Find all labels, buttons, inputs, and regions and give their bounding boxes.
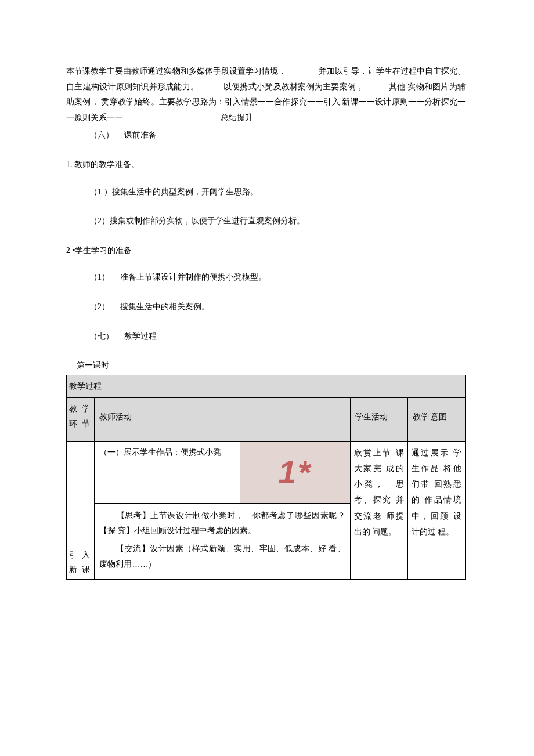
teaching-intent-cell: 通过展示 学生作品 将他们带 回熟悉的 作品情境中，回顾 设计的过 程。	[407, 441, 465, 580]
watermark-box: 1*	[240, 442, 350, 503]
col-header-intent: 教学 意图	[407, 398, 465, 441]
student-activity-cell: 欣赏上节 课大家完 成的小凳， 思考、探究 并交流老 师提出的 问题。	[350, 441, 407, 580]
section-1-item-1: （1 ）搜集生活中的典型案例，开阔学生思路。	[66, 185, 466, 200]
section-7-heading: （七） 教学过程	[66, 329, 466, 345]
section-2-item-2: （2） 搜集生活中的相关案例。	[66, 299, 466, 315]
section-2-heading: 2 •学生学习的准备	[66, 243, 466, 259]
col-header-teacher: 教师活动	[95, 398, 350, 441]
section-1-heading: 1. 教师的教学准备。	[66, 157, 466, 173]
teacher-activity-cell-2: 【思考】上节课设计制做小凳时， 你都考虑了哪些因素呢？ 【探 究】小组回顾设计过…	[95, 503, 350, 579]
section-1-item-2: （2）搜集或制作部分实物，以便于学生进行直观案例分析。	[66, 214, 466, 229]
intro-paragraph-1: 本节课教学主要由教师通过实物和多媒体手段设置学习情境， 并加以引导，让学生在过程…	[66, 64, 466, 125]
stage-intro-new-lesson: 引 入 新 课	[67, 441, 95, 580]
col-header-student: 学生活动	[350, 398, 407, 441]
lesson-caption: 第一课时	[66, 358, 466, 374]
intro-paragraph-2: （六） 课前准备	[66, 128, 466, 143]
teaching-process-table: 教学过程 教 学 环 节 教师活动 学生活动 教学 意图 引 入 新 课 （一）…	[66, 375, 466, 580]
teacher-activity-text-1: （一）展示学生作品：便携式小凳	[95, 442, 239, 503]
teacher-activity-cell-1: （一）展示学生作品：便携式小凳 1*	[95, 441, 350, 503]
teacher-activity-exchange: 【交流】设计因素（样式新颖、实用、牢固、低成本、好 看、废物利用……）	[99, 541, 345, 572]
col-header-stage: 教 学 环 节	[67, 398, 95, 441]
section-2-item-1: （1） 准备上节课设计并制作的便携小凳模型。	[66, 270, 466, 285]
table-header-row: 教学过程	[67, 375, 466, 398]
watermark-text: 1*	[278, 442, 311, 503]
teacher-activity-think: 【思考】上节课设计制做小凳时， 你都考虑了哪些因素呢？ 【探 究】小组回顾设计过…	[99, 508, 345, 539]
